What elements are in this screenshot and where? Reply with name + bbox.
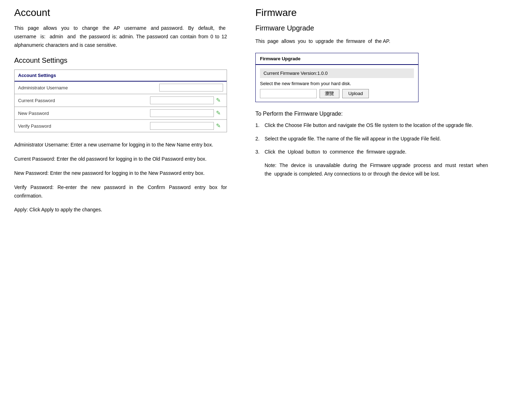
- account-section-title: Account: [14, 7, 227, 18]
- row-label-username: Administrator Username: [18, 85, 159, 90]
- step-number: 1.: [255, 121, 261, 130]
- field-desc-username: Administrator Username: Enter a new user…: [14, 141, 227, 149]
- step-text: Click the Upload button to commence the …: [265, 148, 406, 156]
- step-text: Select the upgrade file. The name of the…: [265, 135, 441, 143]
- note-text: Note: The device is unavailable during t…: [265, 161, 489, 178]
- firmware-box-body: Current Firmware Version:1.0.0 Select th…: [256, 65, 418, 102]
- left-column: Account This page allows you to change t…: [14, 7, 227, 402]
- field-desc-verify-password: Verify Password: Re-enter the new passwo…: [14, 183, 227, 200]
- firmware-section-title: Firmware: [255, 7, 489, 18]
- current-password-input[interactable]: [150, 96, 214, 104]
- row-label-current-password: Current Password: [18, 98, 150, 103]
- table-header: Account Settings: [15, 70, 227, 82]
- field-desc-apply: Apply: Click Apply to apply the changes.: [14, 206, 227, 214]
- account-settings-table: Account Settings Administrator Username …: [14, 70, 227, 132]
- username-input[interactable]: [159, 84, 223, 91]
- new-password-input[interactable]: [150, 109, 214, 117]
- firmware-upgrade-subtitle: Firmware Upgrade: [255, 24, 489, 32]
- field-desc-new-password: New Password: Enter the new password for…: [14, 169, 227, 178]
- firmware-upgrade-box: Firmware Upgrade Current Firmware Versio…: [255, 53, 419, 102]
- firmware-box-header: Firmware Upgrade: [256, 53, 418, 65]
- account-settings-subtitle: Account Settings: [14, 56, 227, 65]
- list-item: 2. Select the upgrade file. The name of …: [255, 135, 489, 143]
- firmware-file-row: 瀏覽 Upload: [260, 89, 414, 98]
- browse-button[interactable]: 瀏覽: [320, 89, 339, 98]
- firmware-description: This page allows you to upgrade the firm…: [255, 37, 489, 46]
- password-icon: ✎: [216, 97, 223, 104]
- list-item: 3. Click the Upload button to commence t…: [255, 148, 489, 156]
- perform-section-title: To Perform the Firmware Upgrade:: [255, 111, 489, 117]
- table-row: Administrator Username: [15, 82, 227, 94]
- row-label-new-password: New Password: [18, 111, 150, 116]
- right-column: Firmware Firmware Upgrade This page allo…: [241, 7, 489, 402]
- firmware-file-input[interactable]: [260, 89, 317, 98]
- step-text: Click the Choose File button and navigat…: [265, 121, 473, 130]
- table-row: New Password ✎: [15, 107, 227, 120]
- verify-password-input[interactable]: [150, 122, 214, 130]
- table-row: Current Password ✎: [15, 94, 227, 107]
- password-icon: ✎: [216, 110, 223, 117]
- step-number: 2.: [255, 135, 261, 143]
- step-number: 3.: [255, 148, 261, 156]
- table-row: Verify Password ✎: [15, 120, 227, 132]
- upload-button[interactable]: Upload: [342, 89, 369, 98]
- account-description: This page allows you to change the AP us…: [14, 24, 227, 49]
- password-icon: ✎: [216, 122, 223, 129]
- list-item: 1. Click the Choose File button and navi…: [255, 121, 489, 130]
- firmware-select-label: Select the new firmware from your hard d…: [260, 81, 414, 86]
- field-desc-current-password: Current Password: Enter the old password…: [14, 155, 227, 163]
- steps-list: 1. Click the Choose File button and navi…: [255, 121, 489, 156]
- firmware-version-row: Current Firmware Version:1.0.0: [260, 68, 414, 78]
- row-label-verify-password: Verify Password: [18, 123, 150, 129]
